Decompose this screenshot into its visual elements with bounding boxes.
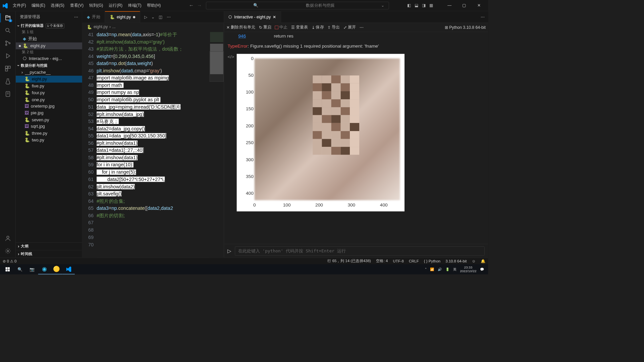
taskbar-search[interactable]: 🔍 <box>14 264 26 274</box>
taskbar-camera[interactable]: 📷 <box>26 264 38 274</box>
run-cell-button[interactable]: ▷ <box>227 248 231 254</box>
activity-jupyter[interactable] <box>4 90 11 98</box>
activity-debug[interactable] <box>4 52 11 59</box>
nav-forward-icon[interactable]: → <box>197 3 202 8</box>
chevron-down-icon[interactable]: ⌄ <box>381 3 384 8</box>
svg-point-3 <box>9 43 10 44</box>
file-item[interactable]: 🐍two.py <box>16 137 82 143</box>
chevron-down-icon[interactable]: ⌄ <box>151 14 155 19</box>
code-icon[interactable]: </> <box>227 54 234 211</box>
code-editor[interactable]: data3=np.mean(data,axis=-1)#等价于#plt.imsh… <box>97 31 210 257</box>
tray-ime[interactable]: 英 <box>453 267 457 272</box>
start-button[interactable] <box>2 264 14 274</box>
file-label: onetemp.jpg <box>31 104 55 109</box>
menu-run[interactable]: 运行(R) <box>106 1 125 10</box>
status-cursor[interactable]: 行 65，列 14 (已选择438) <box>327 259 371 263</box>
kernel-picker[interactable]: ⊞ Python 3.10.8 64-bit <box>445 25 485 29</box>
close-icon[interactable]: ✕ <box>273 15 276 19</box>
more-icon[interactable]: ⋯ <box>360 25 364 29</box>
folder-pycache[interactable]: __pycache__ <box>16 69 82 75</box>
outline-header[interactable]: 大纲 <box>16 242 82 250</box>
status-spaces[interactable]: 空格: 4 <box>376 259 388 263</box>
breadcrumb-file: eight.py <box>94 25 108 29</box>
file-item[interactable]: 🐍four.py <box>16 89 82 96</box>
menu-view[interactable]: 查看(V) <box>67 1 86 10</box>
save-button[interactable]: ⤓ 保存 <box>312 25 324 30</box>
expand-button[interactable]: ⤢ 展开 <box>343 25 356 30</box>
more-icon[interactable]: ⋯ <box>481 14 485 19</box>
project-header[interactable]: 数据分析与挖掘 <box>16 62 82 69</box>
activity-settings[interactable] <box>4 247 11 254</box>
timeline-header[interactable]: 时间线 <box>16 250 82 258</box>
activity-explorer[interactable]: 1 <box>4 14 11 21</box>
menu-selection[interactable]: 选择(S) <box>48 1 67 10</box>
tray-chevron-icon[interactable]: ˄ <box>425 267 427 271</box>
run-icon[interactable]: ▷ <box>144 14 147 19</box>
tray-volume-icon[interactable]: 🔊 <box>438 267 442 271</box>
open-editor-eight[interactable]: 🐍 eight.py <box>16 43 82 49</box>
window-maximize[interactable]: ▢ <box>459 1 470 10</box>
layout-bottom-icon[interactable]: ⬓ <box>415 3 418 8</box>
file-item[interactable]: 🐍eight.py <box>16 76 82 82</box>
command-center[interactable]: 🔍 数据分析与挖掘 ⌄ <box>206 2 389 9</box>
file-item[interactable]: 🖼pie.jpg <box>16 110 82 116</box>
tab-eight[interactable]: 🐍 eight.py <box>105 11 140 22</box>
tab-interactive[interactable]: ⎔ Interactive - eight.py ✕ <box>224 11 281 22</box>
notifications-icon[interactable]: 🔔 <box>481 259 485 263</box>
modified-dot-icon <box>19 45 21 47</box>
menu-help[interactable]: 帮助(H) <box>145 1 163 10</box>
svg-point-1 <box>5 41 7 42</box>
status-errors[interactable]: ⊘ 0 ⚠ 0 <box>3 259 17 263</box>
tray-clock[interactable]: 23:332022/10/22 <box>460 266 476 273</box>
status-interpreter[interactable]: 3.10.8 64-bit <box>445 259 467 263</box>
layout-left-icon[interactable]: ◧ <box>407 3 411 8</box>
restart-button[interactable]: ↻ 重启 <box>259 25 271 30</box>
menu-file[interactable]: 文件(F) <box>10 1 29 10</box>
clear-cells-button[interactable]: ✕ 删除所有单元 <box>226 25 255 30</box>
variables-button[interactable]: ☰ 变量表 <box>291 25 308 30</box>
file-item[interactable]: 🐍one.py <box>16 96 82 103</box>
tray-wifi-icon[interactable]: 📶 <box>430 267 434 271</box>
activity-search[interactable] <box>4 27 11 34</box>
menu-terminal[interactable]: 终端(T) <box>125 1 144 10</box>
split-icon[interactable]: ◫ <box>159 14 162 19</box>
sidebar-more-icon[interactable]: ⋯ <box>74 14 78 19</box>
status-encoding[interactable]: UTF-8 <box>393 259 404 263</box>
more-icon[interactable]: ⋯ <box>167 14 171 19</box>
breadcrumb[interactable]: 🐍 eight.py › ... <box>83 23 224 31</box>
open-editors-header[interactable]: 打开的编辑器 1 个未保存 <box>16 22 82 29</box>
window-minimize[interactable]: — <box>444 1 455 10</box>
tray-battery-icon[interactable]: 🔋 <box>445 267 449 271</box>
activity-account[interactable] <box>4 235 11 242</box>
file-item[interactable]: 🐍five.py <box>16 82 82 89</box>
interrupt-button[interactable]: 中止 <box>275 25 287 30</box>
interactive-input[interactable] <box>235 246 484 255</box>
taskbar-chrome[interactable]: 🟡 <box>50 264 62 274</box>
taskbar-vscode[interactable] <box>62 264 74 274</box>
nav-back-icon[interactable]: ← <box>189 3 194 8</box>
file-item[interactable]: 🖼sqrt.jpg <box>16 123 82 130</box>
file-item[interactable]: 🖼onetemp.jpg <box>16 103 82 110</box>
file-item[interactable]: 🐍seven.py <box>16 116 82 123</box>
taskbar-edge[interactable]: ◉ <box>38 264 50 274</box>
trace-line-link[interactable]: 946 <box>238 34 246 39</box>
file-item[interactable]: 🐍three.py <box>16 130 82 136</box>
status-eol[interactable]: CRLF <box>409 259 419 263</box>
menu-edit[interactable]: 编辑(E) <box>29 1 48 10</box>
window-close[interactable]: ✕ <box>473 1 484 10</box>
menu-go[interactable]: 转到(G) <box>87 1 106 10</box>
activity-testing[interactable] <box>4 78 11 85</box>
tab-start[interactable]: ◆ 开始 <box>83 11 105 22</box>
layout-customize-icon[interactable]: ▦ <box>429 3 433 8</box>
feedback-icon[interactable]: ☺ <box>472 259 476 263</box>
activity-extensions[interactable] <box>4 65 11 72</box>
tray-notifications-icon[interactable]: 💬 <box>480 267 484 271</box>
open-editor-interactive[interactable]: ⎔ Interactive - eig... <box>16 55 82 62</box>
export-button[interactable]: ⇪ 导出 <box>327 25 340 30</box>
open-editor-start[interactable]: ◆ 开始 <box>16 35 82 43</box>
activity-scm[interactable] <box>4 40 11 47</box>
status-lang[interactable]: { } Python <box>424 259 440 263</box>
vscode-logo <box>0 3 10 8</box>
minimap[interactable] <box>210 31 224 257</box>
layout-right-icon[interactable]: ◨ <box>422 3 426 8</box>
